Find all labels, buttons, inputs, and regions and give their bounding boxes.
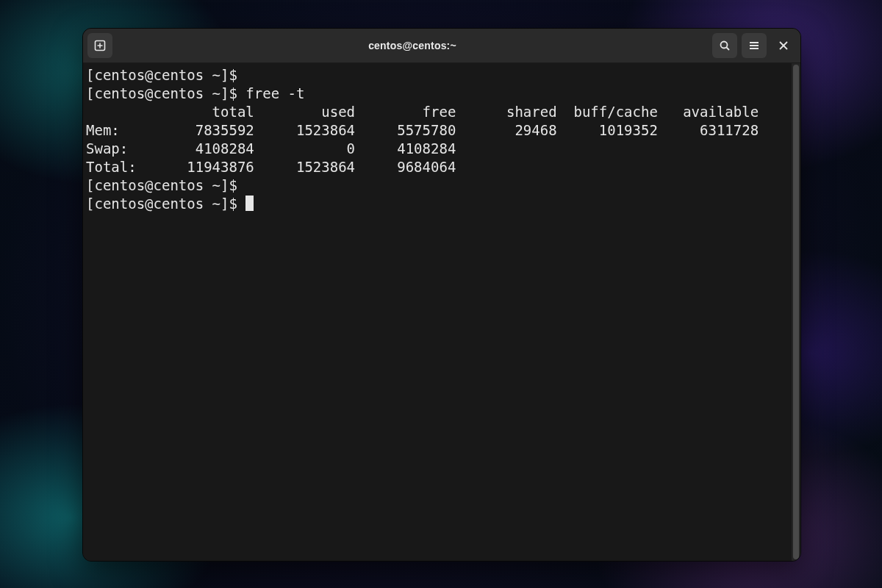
terminal-output[interactable]: [centos@centos ~]$ [centos@centos ~]$ fr… [83,63,792,561]
scrollbar-thumb[interactable] [793,65,799,559]
terminal-body-wrap: [centos@centos ~]$ [centos@centos ~]$ fr… [83,63,800,561]
terminal-line: [centos@centos ~]$ [86,66,792,85]
new-tab-button[interactable] [87,33,112,58]
search-button[interactable] [712,33,737,58]
search-icon [719,40,731,51]
terminal-line-text: total used free shared buff/cache availa… [86,104,759,120]
terminal-line: Total: 11943876 1523864 9684064 [86,158,792,176]
window-title: centos@centos:~ [117,40,708,51]
terminal-line: Swap: 4108284 0 4108284 [86,140,792,158]
terminal-line-text: Swap: 4108284 0 4108284 [86,140,456,157]
terminal-cursor [245,196,254,211]
menu-button[interactable] [742,33,767,58]
svg-line-4 [727,48,730,51]
terminal-line-text: [centos@centos ~]$ [86,67,245,83]
window-titlebar[interactable]: centos@centos:~ [83,29,800,63]
svg-point-3 [721,42,728,49]
terminal-line-text: [centos@centos ~]$ free -t [86,85,304,101]
terminal-line-text: Total: 11943876 1523864 9684064 [86,159,456,175]
terminal-line-text: [centos@centos ~]$ [86,177,245,193]
hamburger-menu-icon [748,40,760,51]
scrollbar-track[interactable] [792,63,800,561]
desktop-wallpaper: centos@centos:~ [0,0,882,588]
terminal-window: centos@centos:~ [82,28,801,562]
close-button[interactable] [771,33,796,58]
close-icon [778,40,789,51]
terminal-line: [centos@centos ~]$ [86,176,792,195]
terminal-line-text: Mem: 7835592 1523864 5575780 29468 10193… [86,122,759,138]
terminal-line: total used free shared buff/cache availa… [86,103,792,121]
terminal-line-text: [centos@centos ~]$ [86,196,245,212]
terminal-line: [centos@centos ~]$ [86,195,792,213]
terminal-line: [centos@centos ~]$ free -t [86,85,792,103]
new-tab-icon [93,39,107,52]
terminal-line: Mem: 7835592 1523864 5575780 29468 10193… [86,121,792,140]
